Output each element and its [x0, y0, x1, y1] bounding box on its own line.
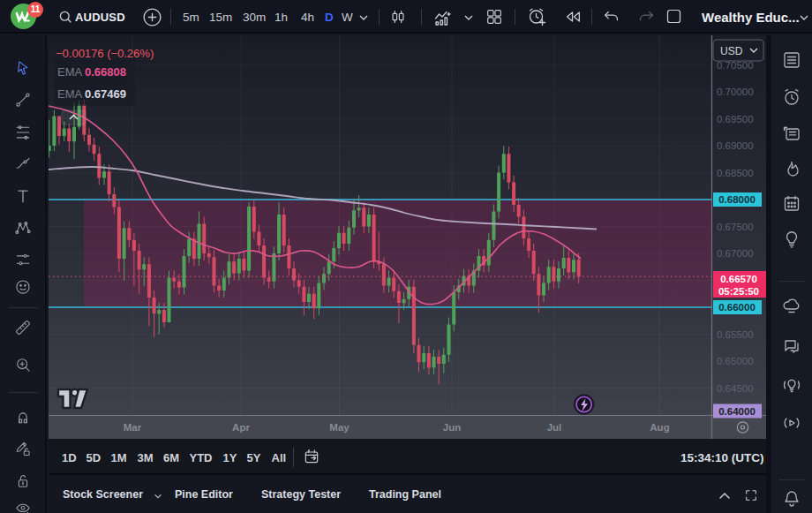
svg-text:0.66000: 0.66000: [718, 302, 756, 313]
svg-text:Aug: Aug: [650, 422, 669, 433]
svg-text:0.65500: 0.65500: [717, 329, 754, 340]
svg-text:0.64500: 0.64500: [717, 383, 754, 394]
svg-text:Jun: Jun: [443, 422, 461, 433]
svg-text:EMA: EMA: [57, 87, 83, 101]
svg-text:05:25:50: 05:25:50: [718, 286, 759, 297]
svg-text:0.69500: 0.69500: [717, 114, 754, 124]
svg-text:0.68500: 0.68500: [717, 168, 754, 178]
svg-text:EMA: EMA: [57, 65, 83, 79]
svg-text:0.66570: 0.66570: [720, 274, 757, 284]
svg-text:Mar: Mar: [124, 422, 142, 433]
svg-text:0.66808: 0.66808: [85, 65, 126, 79]
svg-text:0.70000: 0.70000: [717, 87, 754, 97]
svg-text:−0.00176 (−0.26%): −0.00176 (−0.26%): [56, 47, 154, 60]
svg-text:0.67500: 0.67500: [717, 222, 754, 232]
svg-text:Apr: Apr: [232, 422, 250, 433]
svg-text:0.68000: 0.68000: [718, 194, 756, 205]
svg-text:Jul: Jul: [547, 422, 562, 433]
svg-text:May: May: [329, 422, 350, 433]
svg-text:0.67469: 0.67469: [85, 87, 126, 101]
svg-text:0.64000: 0.64000: [718, 406, 756, 417]
svg-text:0.65000: 0.65000: [717, 356, 754, 366]
svg-text:USD: USD: [720, 45, 743, 57]
svg-text:0.67000: 0.67000: [717, 248, 754, 259]
svg-text:0.69000: 0.69000: [717, 140, 754, 151]
